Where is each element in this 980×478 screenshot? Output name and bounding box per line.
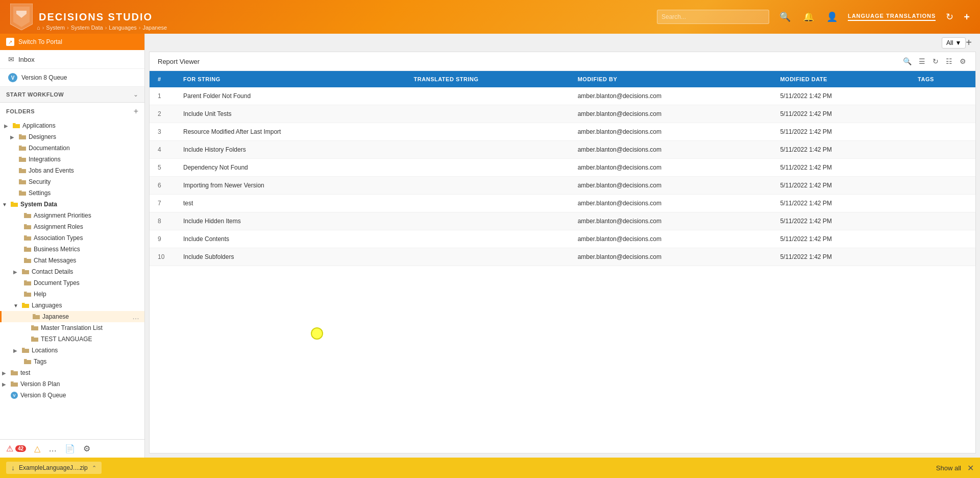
sidebar-item-business-metrics-label: Business Metrics — [34, 246, 140, 253]
sidebar-item-jobs-events-label: Jobs and Events — [29, 167, 140, 174]
report-filter-button[interactable]: ☰ — [918, 56, 926, 66]
table-row[interactable]: 9 Include Contents amber.blanton@decisio… — [150, 230, 975, 248]
warning-icon: △ — [34, 444, 40, 453]
sidebar-item-test-language[interactable]: ▶ TEST LANGUAGE — [0, 333, 144, 345]
sidebar-item-document-types[interactable]: ▶ Document Types — [0, 277, 144, 289]
document-button[interactable]: 📄 — [65, 444, 75, 453]
table-row[interactable]: 8 Include Hidden Items amber.blanton@dec… — [150, 212, 975, 230]
logo-icon — [10, 4, 33, 30]
table-row[interactable]: 10 Include Subfolders amber.blanton@deci… — [150, 248, 975, 266]
breadcrumb-system-data[interactable]: System Data — [71, 25, 103, 31]
start-workflow-bar[interactable]: START WORKFLOW ⌄ — [0, 87, 144, 103]
add-folder-button[interactable]: + — [134, 107, 138, 116]
col-for-string: FOR STRING — [175, 71, 406, 87]
sidebar-item-test[interactable]: ▶ test — [0, 367, 144, 378]
refresh-icon-btn[interactable]: ↻ — [944, 9, 955, 25]
add-content-button[interactable]: + — [964, 11, 970, 23]
close-download-bar-button[interactable]: ✕ — [967, 463, 974, 473]
breadcrumb-home[interactable]: ⌂ — [37, 25, 40, 31]
inbox-item[interactable]: ✉ Inbox — [0, 50, 144, 69]
sidebar-item-security[interactable]: ▶ Security — [0, 176, 144, 187]
sidebar-item-document-types-label: Document Types — [34, 279, 140, 286]
sidebar-item-business-metrics[interactable]: ▶ Business Metrics — [0, 244, 144, 255]
sidebar-item-version8queue[interactable]: ▶ V Version 8 Queue — [0, 390, 144, 401]
cell-translated-string — [406, 159, 570, 177]
search-icon-btn[interactable]: 🔍 — [777, 9, 793, 25]
sidebar-item-assignment-roles[interactable]: ▶ Assignment Roles — [0, 221, 144, 232]
cell-for-string: Importing from Newer Version — [175, 177, 406, 195]
switch-to-portal-button[interactable]: ↗ Switch To Portal — [0, 34, 144, 50]
warning-button[interactable]: △ — [34, 444, 40, 453]
sidebar-item-association-types[interactable]: ▶ Association Types — [0, 232, 144, 244]
cell-for-string: Resource Modified After Last Import — [175, 123, 406, 141]
cell-for-string: Dependency Not Found — [175, 159, 406, 177]
language-translations-button[interactable]: LANGUAGE TRANSLATIONS — [848, 13, 936, 21]
table-header: # FOR STRING TRANSLATED STRING MODIFIED … — [150, 71, 975, 87]
sidebar-item-jobs-events[interactable]: ▶ Jobs and Events — [0, 165, 144, 176]
sidebar-item-documentation[interactable]: ▶ Documentation — [0, 142, 144, 154]
sidebar-item-tags[interactable]: ▶ Tags — [0, 356, 144, 367]
folder-open-icon — [22, 302, 29, 308]
sidebar-item-languages[interactable]: ▼ Languages — [0, 300, 144, 311]
folder-icon — [22, 347, 29, 353]
breadcrumb-japanese[interactable]: Japanese — [142, 25, 167, 31]
sidebar-item-integrations[interactable]: ▶ Integrations — [0, 154, 144, 165]
chat-button[interactable]: … — [48, 444, 57, 453]
table-row[interactable]: 6 Importing from Newer Version amber.bla… — [150, 177, 975, 195]
report-search-button[interactable]: 🔍 — [902, 56, 913, 66]
header-search-input[interactable] — [657, 10, 769, 24]
sidebar-item-settings[interactable]: ▶ Settings — [0, 187, 144, 199]
error-count-button[interactable]: ⚠ 42 — [6, 444, 26, 453]
sidebar-item-test-label: test — [20, 369, 140, 376]
sidebar-item-assignment-priorities[interactable]: ▶ Assignment Priorities — [0, 210, 144, 221]
cell-tags — [910, 159, 975, 177]
sidebar-item-contact-details[interactable]: ▶ Contact Details — [0, 266, 144, 277]
report-columns-button[interactable]: ☷ — [945, 56, 953, 66]
bottom-bar-right: Show all ✕ — [936, 463, 974, 473]
sidebar-item-system-data[interactable]: ▼ System Data — [0, 199, 144, 210]
content-toolbar: All ▼ + — [145, 34, 980, 52]
version-queue-item[interactable]: V Version 8 Queue — [0, 69, 144, 87]
add-item-button[interactable]: + — [966, 37, 972, 49]
more-options-button[interactable]: … — [130, 313, 141, 321]
report-refresh-button[interactable]: ↻ — [932, 56, 940, 66]
sidebar-item-help[interactable]: ▶ Help — [0, 289, 144, 300]
table-row[interactable]: 1 Parent Folder Not Found amber.blanton@… — [150, 87, 975, 105]
inbox-label: Inbox — [18, 56, 35, 63]
breadcrumb-system[interactable]: System — [46, 25, 65, 31]
table-row[interactable]: 5 Dependency Not Found amber.blanton@dec… — [150, 159, 975, 177]
sidebar-item-version8plan[interactable]: ▶ Version 8 Plan — [0, 378, 144, 390]
cell-modified-by: amber.blanton@decisions.com — [570, 123, 772, 141]
report-settings-button[interactable]: ⚙ — [959, 56, 967, 66]
breadcrumb-languages[interactable]: Languages — [109, 25, 136, 31]
show-all-button[interactable]: Show all — [936, 464, 961, 472]
folder-icon — [24, 280, 31, 286]
sidebar-item-designers[interactable]: ▶ Designers — [0, 131, 144, 142]
cell-modified-date: 5/11/2022 1:42 PM — [772, 159, 910, 177]
table-row[interactable]: 4 Include History Folders amber.blanton@… — [150, 141, 975, 159]
top-header: DECISIONS STUDIO ⌂ › System › System Dat… — [0, 0, 980, 34]
cell-modified-date: 5/11/2022 1:42 PM — [772, 141, 910, 159]
settings-button[interactable]: ⚙ — [83, 444, 90, 453]
table-row[interactable]: 2 Include Unit Tests amber.blanton@decis… — [150, 105, 975, 123]
sidebar-item-designers-label: Designers — [29, 133, 140, 140]
cell-modified-by: amber.blanton@decisions.com — [570, 159, 772, 177]
sidebar-item-locations[interactable]: ▶ Locations — [0, 345, 144, 356]
document-icon: 📄 — [65, 444, 75, 453]
version-queue-small-icon: V — [11, 392, 18, 399]
sidebar-item-chat-messages[interactable]: ▶ Chat Messages — [0, 255, 144, 266]
folders-label: FOLDERS — [6, 108, 35, 114]
all-filter-dropdown[interactable]: All ▼ — [942, 37, 966, 49]
notification-bell-icon[interactable]: 🔔 — [801, 9, 816, 25]
user-icon-btn[interactable]: 👤 — [824, 9, 840, 25]
sidebar-item-applications[interactable]: ▶ Applications — [0, 120, 144, 131]
cell-translated-string — [406, 248, 570, 266]
sidebar-item-master-translation[interactable]: ▶ Master Translation List — [0, 322, 144, 333]
table-row[interactable]: 7 test amber.blanton@decisions.com 5/11/… — [150, 195, 975, 212]
cell-for-string: Include History Folders — [175, 141, 406, 159]
gear-icon: ⚙ — [83, 444, 90, 453]
download-item[interactable]: ↓ ExampleLanguageJ....zip ⌃ — [6, 462, 102, 474]
table-row[interactable]: 3 Resource Modified After Last Import am… — [150, 123, 975, 141]
folder-icon — [19, 190, 26, 196]
sidebar-item-japanese[interactable]: ▶ Japanese … — [0, 311, 144, 322]
